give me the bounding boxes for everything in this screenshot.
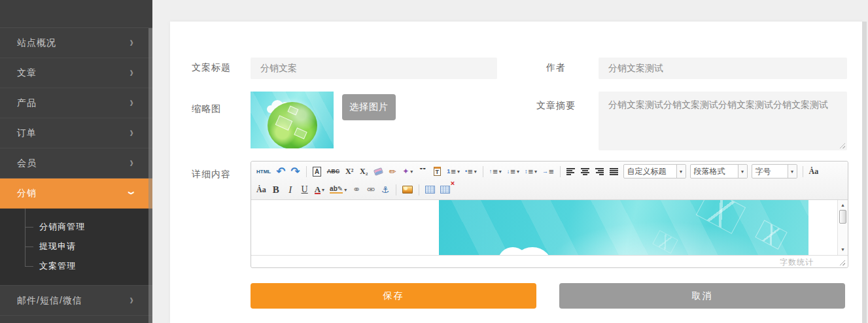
summary-wrap: 分销文案测试分销文案测试分销文案测试分销文案测试 [599,92,847,150]
eraser-icon[interactable] [372,164,385,178]
content-banner-image [439,200,808,255]
paragraph-format-select[interactable]: 段落格式▾ [690,164,748,178]
editor-resize-handle-icon[interactable] [838,258,845,265]
anchor-icon[interactable]: ⚓ [379,182,392,197]
strikethrough-icon[interactable]: ABC [325,164,342,178]
content-card: 文案标题 作者 缩略图 选择图片 文章摘要 分销文案测试分销文案测试分销文案测试… [170,22,863,323]
indent-icon[interactable]: →≡ [540,164,556,178]
sidebar-item[interactable]: 产品› [0,88,152,118]
toolbar-separator [803,166,803,177]
sidebar-scrollbar[interactable] [148,28,152,323]
highlight-color-icon[interactable]: ab✎▾ [328,182,349,197]
insert-table-icon[interactable] [423,182,437,197]
thumbnail-label: 缩略图 [192,103,221,115]
auto-typeset-icon[interactable]: ✦▾ [400,164,415,178]
sidebar-submenu: 分销商管理提现申请文案管理 [0,209,152,286]
chevron-right-icon: › [130,96,134,110]
summary-label: 文章摘要 [536,100,576,112]
page-scrollbar[interactable] [862,22,867,323]
toolbar-separator [396,184,396,196]
paste-as-text-icon[interactable]: T [430,164,443,178]
chevron-down-icon: ▾ [534,169,537,175]
to-lowercase-icon[interactable]: Ȧa [254,182,268,197]
sidebar-item-label: 邮件/短信/微信 [17,295,82,307]
undo-icon[interactable]: ↶ [274,164,287,178]
envelope-decoration [652,230,678,254]
font-color-icon[interactable]: A▾ [313,182,326,197]
blockquote-icon[interactable]: “ [416,164,429,178]
chevron-down-icon: ▾ [788,165,797,178]
scroll-down-icon[interactable]: ▼ [838,246,848,254]
align-left-icon[interactable] [564,164,578,178]
sidebar-item-label: 分销 [17,188,37,199]
sidebar-item[interactable]: 会员› [0,148,152,178]
sidebar-item[interactable]: 文章› [0,58,152,88]
format-painter-icon[interactable]: ✏ [386,164,399,178]
line-height-icon[interactable]: ↕≡▾ [523,164,539,178]
sidebar-subitem[interactable]: 分销商管理 [0,217,152,237]
chevron-down-icon: ▾ [499,169,502,175]
thumbnail-image [251,92,334,148]
chevron-right-icon: › [130,294,134,307]
chevron-down-icon: ▾ [676,165,686,178]
rich-text-editor: HTML↶↷AABCX²X₂✏✦▾“T1≡▾•≡▾↑≡▾↓≡▾↕≡▾→≡自定义标… [251,161,848,268]
ordered-list-icon[interactable]: 1≡▾ [445,164,462,178]
editor-toolbar-row-1: HTML↶↷AABCX²X₂✏✦▾“T1≡▾•≡▾↑≡▾↓≡▾↕≡▾→≡自定义标… [254,162,845,180]
chevron-down-icon: › [125,191,139,196]
sidebar-item[interactable]: 站点概况› [0,28,152,58]
unlink-icon[interactable]: ⚮ [364,182,377,197]
envelope-decoration [755,220,787,249]
paragraph-spacing-bottom-icon[interactable]: ↓≡▾ [505,164,521,178]
toolbar-separator [483,166,483,177]
sidebar-item[interactable]: 订单› [0,118,152,148]
title-label: 文案标题 [192,62,231,74]
editor-toolbar-row-2: ȦaBIUA▾ab✎▾⚭⚮⚓ [254,180,845,199]
sidebar-subitem[interactable]: 提现申请 [0,237,152,256]
delete-table-icon[interactable] [438,182,452,197]
insert-image-icon[interactable] [400,182,415,197]
italic-icon[interactable]: I [284,182,297,197]
bold-icon[interactable]: B [269,182,283,197]
to-uppercase-icon[interactable]: Ȧa [807,164,821,178]
summary-textarea[interactable]: 分销文案测试分销文案测试分销文案测试分销文案测试 [599,92,847,150]
sidebar-item-label: 会员 [17,158,37,169]
custom-heading-select[interactable]: 自定义标题▾ [623,164,686,178]
envelope-decoration [696,200,746,234]
superscript-icon[interactable]: X² [343,164,356,178]
save-button[interactable]: 保存 [251,283,536,309]
redo-icon[interactable]: ↷ [288,164,302,178]
chevron-down-icon: ▾ [344,187,347,193]
choose-image-button[interactable]: 选择图片 [342,94,396,120]
author-input[interactable] [599,58,847,79]
unordered-list-icon[interactable]: •≡▾ [463,164,479,178]
sidebar-item-label: 产品 [17,97,37,109]
scrollbar-thumb[interactable] [839,210,846,224]
chevron-right-icon: › [130,36,134,50]
underline-icon[interactable]: U [298,182,311,197]
align-right-icon[interactable] [593,164,606,178]
chevron-down-icon: ▾ [322,187,324,193]
cancel-button[interactable]: 取消 [559,283,845,309]
editor-scrollbar[interactable]: ▲ ▼ [837,200,848,255]
sidebar-subitem[interactable]: 文案管理 [0,256,152,276]
title-input[interactable] [251,58,497,79]
subscript-icon[interactable]: X₂ [357,164,370,178]
chevron-right-icon: › [130,66,134,80]
editor-toolbar: HTML↶↷AABCX²X₂✏✦▾“T1≡▾•≡▾↑≡▾↓≡▾↕≡▾→≡自定义标… [251,162,848,200]
paragraph-spacing-top-icon[interactable]: ↑≡▾ [487,164,504,178]
sidebar-item-label: 文章 [17,67,37,79]
font-size-select[interactable]: 字号▾ [752,164,797,178]
scroll-up-icon[interactable]: ▲ [838,201,848,209]
link-icon[interactable]: ⚭ [350,182,363,197]
chevron-right-icon: › [130,126,134,140]
align-center-icon[interactable] [579,164,592,178]
toolbar-separator [419,184,419,196]
sidebar-item[interactable]: 分销› [0,178,152,209]
editor-content-area[interactable]: ▲ ▼ [251,200,848,255]
source-code-button[interactable]: HTML [254,164,273,178]
toolbar-separator [306,166,307,177]
word-count-label: 字数统计 [780,257,814,268]
sidebar-item[interactable]: 邮件/短信/微信› [0,286,152,316]
align-justify-icon[interactable] [608,164,621,178]
font-family-icon[interactable]: A [311,164,324,178]
